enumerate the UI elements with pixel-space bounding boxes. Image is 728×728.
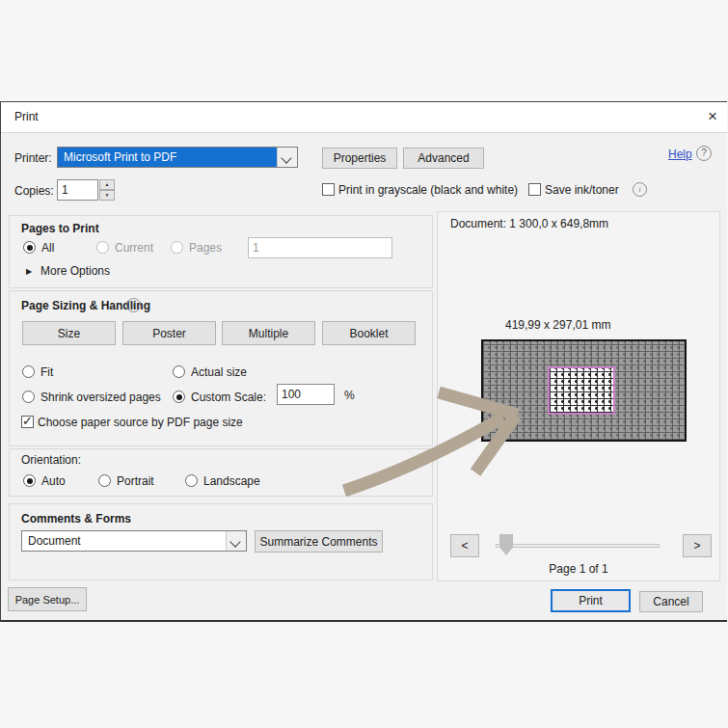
booklet-button[interactable]: Booklet	[322, 321, 416, 345]
radio-current	[96, 241, 109, 254]
radio-pages-label: Pages	[189, 241, 222, 255]
radio-auto-label: Auto	[41, 474, 66, 488]
radio-portrait-label: Portrait	[117, 474, 154, 488]
summarize-comments-button[interactable]: Summarize Comments	[255, 530, 383, 553]
copies-input[interactable]: 1	[57, 179, 98, 201]
grayscale-checkbox[interactable]	[322, 183, 335, 196]
radio-all[interactable]	[23, 241, 36, 254]
printer-selected-value: Microsoft Print to PDF	[64, 150, 176, 164]
page-sizing-group: Page Sizing & Handling i Size Poster Mul…	[9, 290, 433, 446]
multiple-button[interactable]: Multiple	[222, 321, 315, 345]
radio-pages	[171, 241, 183, 254]
document-size-text: Document: 1 300,0 x 649,8mm	[450, 217, 608, 230]
size-button[interactable]: Size	[22, 321, 116, 345]
radio-actual-size-label: Actual size	[191, 365, 247, 379]
expand-triangle-icon: ▶	[26, 267, 32, 276]
previous-page-button[interactable]: <	[450, 534, 479, 557]
comments-select-dropdown-button	[226, 531, 246, 551]
dialog-titlebar: Print ×	[1, 102, 727, 133]
print-dialog: Print × Printer: Microsoft Print to PDF …	[0, 101, 727, 622]
properties-button[interactable]: Properties	[322, 148, 397, 169]
page-preview-thumbnail	[481, 339, 687, 442]
page-indicator: Page 1 of 1	[438, 562, 719, 576]
radio-portrait[interactable]	[98, 474, 111, 487]
custom-scale-input[interactable]: 100	[277, 384, 335, 405]
radio-actual-size[interactable]	[173, 365, 185, 378]
page-slider-track[interactable]	[496, 544, 660, 548]
radio-all-label: All	[41, 241, 54, 255]
paper-source-checkbox[interactable]: ✓	[21, 416, 34, 428]
printer-select[interactable]: Microsoft Print to PDF	[57, 147, 298, 168]
orientation-group: Orientation: Auto Portrait Landscape	[9, 448, 433, 497]
radio-custom-scale[interactable]	[173, 391, 185, 403]
radio-landscape[interactable]	[185, 474, 198, 487]
poster-button[interactable]: Poster	[122, 321, 216, 345]
cancel-button[interactable]: Cancel	[639, 591, 703, 612]
save-ink-label: Save ink/toner	[545, 183, 619, 197]
chevron-down-icon	[229, 536, 240, 547]
pages-range-input: 1	[248, 237, 392, 258]
info-icon: i	[633, 182, 647, 197]
comments-forms-selected-value: Document	[28, 534, 81, 548]
printer-select-dropdown-button	[277, 148, 297, 167]
percent-label: %	[344, 389, 355, 402]
more-options-toggle[interactable]: More Options	[40, 264, 110, 278]
radio-landscape-label: Landscape	[203, 474, 260, 488]
chevron-down-icon	[281, 152, 291, 163]
page-sizing-info-icon: i	[126, 298, 141, 312]
radio-custom-scale-label: Custom Scale:	[191, 391, 266, 404]
page-setup-button[interactable]: Page Setup...	[8, 587, 87, 611]
spin-down-icon[interactable]: ▼	[99, 190, 115, 201]
printer-label: Printer:	[14, 151, 52, 165]
dialog-title: Print	[14, 110, 39, 123]
next-page-button[interactable]: >	[683, 534, 712, 557]
radio-fit[interactable]	[22, 365, 35, 378]
comments-forms-group: Comments & Forms Document Summarize Comm…	[9, 503, 433, 580]
check-icon: ✓	[22, 414, 33, 428]
radio-current-label: Current	[115, 241, 153, 255]
save-ink-checkbox[interactable]	[528, 183, 541, 196]
paper-source-label: Choose paper source by PDF page size	[38, 416, 243, 429]
help-link[interactable]: Help	[668, 148, 692, 161]
comments-forms-heading: Comments & Forms	[21, 512, 131, 526]
radio-shrink[interactable]	[22, 391, 35, 403]
copies-label: Copies:	[14, 184, 54, 198]
pages-to-print-heading: Pages to Print	[21, 222, 99, 235]
preview-panel: Document: 1 300,0 x 649,8mm 419,99 x 297…	[437, 211, 720, 581]
print-button[interactable]: Print	[551, 589, 631, 612]
radio-shrink-label: Shrink oversized pages	[40, 391, 161, 404]
pages-to-print-group: Pages to Print All Current Pages 1 ▶ Mor…	[9, 215, 433, 288]
grayscale-label: Print in grayscale (black and white)	[338, 183, 518, 197]
preview-content-area	[548, 366, 615, 415]
orientation-heading: Orientation:	[21, 453, 81, 467]
comments-forms-select[interactable]: Document	[21, 530, 247, 552]
copies-stepper: ▲ ▼	[99, 179, 115, 201]
page-slider-thumb[interactable]	[499, 534, 513, 555]
page-size-text: 419,99 x 297,01 mm	[505, 318, 610, 332]
help-icon[interactable]: ?	[696, 146, 712, 161]
advanced-button[interactable]: Advanced	[403, 148, 484, 169]
spin-up-icon[interactable]: ▲	[99, 179, 115, 190]
close-icon[interactable]: ×	[708, 107, 717, 126]
radio-fit-label: Fit	[40, 365, 53, 379]
radio-auto[interactable]	[23, 474, 36, 487]
